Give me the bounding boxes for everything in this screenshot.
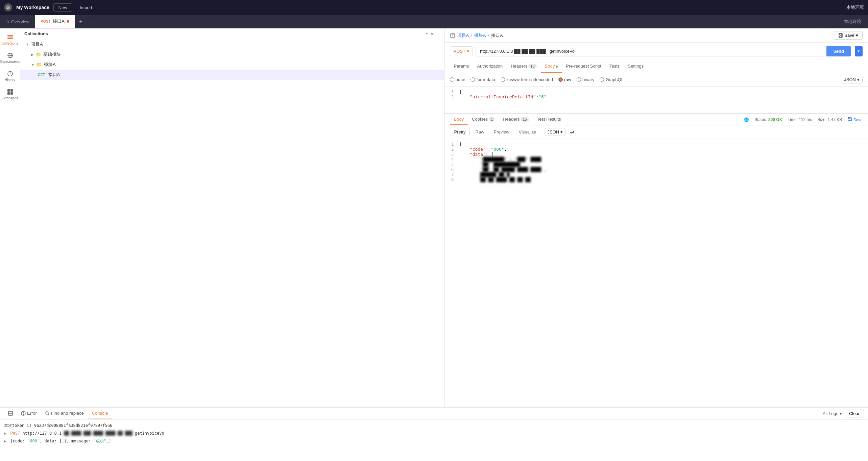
- console-tab-console[interactable]: Console: [88, 409, 112, 418]
- radio-binary[interactable]: [577, 77, 581, 82]
- workspace-icon: W: [4, 3, 12, 11]
- radio-raw[interactable]: [558, 77, 563, 82]
- bc-project[interactable]: 项目A: [457, 32, 469, 39]
- sidebar-panel: Collections + ≡ ··· ▼ 项目A ▶ 📁 基础模块 ▼ 📁 模…: [20, 28, 444, 407]
- tab-method: POST: [41, 19, 51, 23]
- tab-headers[interactable]: Headers10: [507, 60, 540, 73]
- method-select[interactable]: POST ▾: [450, 46, 473, 56]
- resp-wrap-button[interactable]: ⇌: [567, 127, 577, 137]
- console-method-2: POST: [10, 431, 22, 436]
- option-form-data[interactable]: form-data: [471, 77, 495, 82]
- send-dropdown-button[interactable]: ▾: [855, 46, 863, 56]
- request-tabs: Params Authorization Headers10 Body Pre-…: [444, 60, 868, 73]
- console-tab-find-replace[interactable]: Find and replace: [41, 409, 88, 418]
- import-button[interactable]: Import: [76, 4, 96, 11]
- resp-save-icon: [847, 117, 852, 121]
- sidebar-icon-collections[interactable]: Collections: [0, 31, 20, 48]
- add-tab-button[interactable]: +: [75, 18, 87, 25]
- resp-tab-body[interactable]: Body: [450, 114, 468, 125]
- fmt-btn-pretty[interactable]: Pretty: [450, 128, 470, 136]
- sidebar-icon-environments[interactable]: Environments: [0, 49, 20, 66]
- tab-request[interactable]: POST 接口A: [35, 15, 75, 28]
- tree-module-a[interactable]: ▼ 📁 模块A: [20, 59, 444, 70]
- bc-module[interactable]: 模块A: [474, 32, 486, 39]
- format-json-arrow: ▾: [857, 77, 860, 82]
- svg-rect-17: [840, 33, 842, 35]
- request-body-editor[interactable]: 1 { 2 "aircraftInvoiceDetailId":"6": [444, 87, 868, 114]
- tab-params[interactable]: Params: [450, 60, 473, 73]
- resp-tab-cookies[interactable]: Cookies1: [468, 114, 499, 125]
- format-select-json[interactable]: JSON ▾: [841, 76, 863, 83]
- option-none[interactable]: none: [450, 77, 465, 82]
- resp-tab-headers[interactable]: Headers15: [499, 114, 533, 125]
- radio-graphql[interactable]: [600, 77, 604, 82]
- tree-module-jichu-label: 基础模块: [43, 51, 61, 57]
- resp-num-7: 7: [444, 172, 458, 177]
- fmt-btn-preview[interactable]: Preview: [489, 128, 513, 136]
- resp-tab-body-label: Body: [454, 117, 464, 122]
- fmt-btn-raw[interactable]: Raw: [471, 128, 488, 136]
- add-collection-icon[interactable]: +: [426, 31, 428, 36]
- tree-project[interactable]: ▼ 项目A: [20, 39, 444, 49]
- resp-tab-headers-badge: 15: [521, 117, 529, 122]
- resp-content-8: ██ ██ ████ ██ ██ ██: [458, 177, 868, 182]
- sidebar-icon-history[interactable]: History: [0, 68, 20, 84]
- tab-auth-label: Authorization: [477, 64, 503, 69]
- layout-icon: [8, 411, 13, 416]
- tree-arrow-jichu: ▶: [31, 53, 34, 56]
- tab-env: 本地环境: [837, 19, 868, 25]
- tab-tests-label: Tests: [609, 64, 620, 69]
- tab-authorization[interactable]: Authorization: [473, 60, 507, 73]
- sidebar-icon-extensions[interactable]: Extensions: [0, 86, 20, 103]
- console-arrow-2: ▶: [4, 431, 6, 436]
- resp-line-2: 2 "code": "000",: [444, 147, 868, 152]
- tab-overview[interactable]: ⊙ Overview: [0, 15, 35, 28]
- option-form-data-label: form-data: [476, 77, 495, 82]
- svg-rect-19: [849, 117, 850, 119]
- line-content-1: {: [458, 89, 868, 94]
- tree-api-a[interactable]: GET 接口A: [20, 70, 444, 80]
- top-bar: W My Workspace New Import 本地环境: [0, 0, 868, 15]
- tab-tests[interactable]: Tests: [605, 60, 624, 73]
- console-tab-right: All Logs ▾ Clear: [823, 410, 864, 417]
- resp-content-2: "code": "000",: [458, 147, 868, 152]
- console-tab-error[interactable]: Error: [17, 409, 41, 418]
- sort-icon[interactable]: ≡: [431, 31, 434, 36]
- code-line-1: 1 {: [444, 89, 868, 94]
- save-button[interactable]: Save ▾: [834, 31, 863, 40]
- console-token-1: 本次token is 96237dc008881fa38d821ef07897f…: [4, 423, 112, 428]
- clear-button[interactable]: Clear: [845, 410, 864, 417]
- option-binary[interactable]: binary: [577, 77, 594, 82]
- code-line-2: 2 "aircraftInvoiceDetailId":"6": [444, 94, 868, 99]
- resp-tab-test-results[interactable]: Test Results: [533, 114, 565, 125]
- option-urlencoded[interactable]: x-www-form-urlencoded: [501, 77, 553, 82]
- more-icon[interactable]: ···: [436, 31, 440, 36]
- option-raw[interactable]: raw: [558, 77, 571, 82]
- radio-form-data[interactable]: [471, 77, 475, 82]
- resp-status-ok: 200 OK: [768, 117, 782, 122]
- tab-body[interactable]: Body: [541, 60, 562, 73]
- tab-settings[interactable]: Settings: [624, 60, 648, 73]
- env-selector[interactable]: 本地环境: [846, 4, 864, 10]
- console-line-3: ▶ {code: "000", data: {…}, message: "成功"…: [4, 437, 864, 445]
- new-button[interactable]: New: [53, 3, 72, 12]
- tab-more-button[interactable]: ···: [87, 19, 97, 24]
- sidebar-icon-environments-label: Environments: [0, 60, 20, 64]
- option-graphql[interactable]: GraphQL: [600, 77, 623, 82]
- tree-project-label: 项目A: [31, 41, 43, 47]
- bc-sep1: /: [471, 33, 472, 38]
- body-options: none form-data x-www-form-urlencoded raw…: [444, 73, 868, 87]
- radio-none[interactable]: [450, 77, 454, 82]
- url-input[interactable]: [476, 46, 825, 56]
- resp-format-select[interactable]: JSON ▾: [545, 128, 566, 136]
- resp-save-link[interactable]: Save: [847, 117, 863, 122]
- send-button[interactable]: Send: [826, 46, 851, 56]
- radio-urlencoded[interactable]: [501, 77, 505, 82]
- fmt-btn-visualize[interactable]: Visualize: [515, 128, 540, 136]
- console-tab-layout[interactable]: [4, 409, 17, 418]
- response-section: Body Cookies1 Headers15 Test Results 🌐 S…: [444, 114, 868, 222]
- tab-pre-request[interactable]: Pre-request Script: [562, 60, 605, 73]
- log-filter[interactable]: All Logs ▾: [823, 411, 842, 416]
- tab-headers-badge: 10: [528, 64, 536, 69]
- tree-module-jichu[interactable]: ▶ 📁 基础模块: [20, 49, 444, 59]
